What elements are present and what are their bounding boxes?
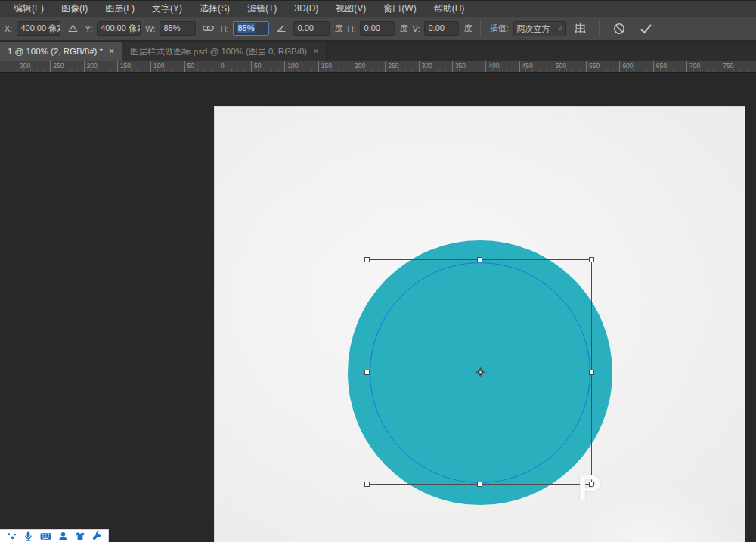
cancel-transform-icon[interactable]	[608, 20, 631, 37]
ruler-tick-label: 350	[452, 61, 466, 72]
height-field-selection: 85%	[237, 23, 255, 33]
ruler-tick-label: 750	[720, 61, 733, 72]
menu-edit[interactable]: 编辑(E)	[6, 1, 51, 17]
ruler-tick-label: 100	[150, 61, 164, 72]
v-skew-unit: 度	[463, 23, 472, 34]
mic-icon[interactable]	[23, 531, 33, 541]
document-canvas: P	[214, 106, 745, 542]
ruler-tick-label: 50	[251, 61, 261, 72]
ruler-tick-label: 250	[50, 61, 64, 72]
ime-logo-icon[interactable]	[7, 531, 17, 541]
horizontal-ruler[interactable]: 3002502001501005005010015020025030035040…	[0, 61, 756, 73]
menu-view[interactable]: 视图(V)	[328, 1, 373, 17]
menu-bar: 编辑(E) 图像(I) 图层(L) 文字(Y) 选择(S) 滤镜(T) 3D(D…	[0, 0, 756, 17]
ruler-tick-label: 250	[385, 61, 398, 72]
menu-layer[interactable]: 图层(L)	[98, 1, 142, 17]
document-tab-active[interactable]: 1 @ 100% (2, RGB/8#) * ×	[0, 42, 122, 61]
watermark-text: P	[578, 469, 601, 505]
menu-image[interactable]: 图像(I)	[54, 1, 95, 17]
ruler-tick-label: 200	[84, 61, 98, 72]
photoshop-window: 编辑(E) 图像(I) 图层(L) 文字(Y) 选择(S) 滤镜(T) 3D(D…	[0, 0, 756, 542]
ruler-tick-label: 700	[686, 61, 700, 72]
interpolation-dropdown[interactable]: 两次立方 ˅	[513, 21, 566, 36]
y-position-field[interactable]: 400.00 像素	[97, 21, 141, 36]
shirt-skin-icon[interactable]	[75, 531, 85, 541]
tab-title: 图层样式做图标.psd @ 100% (图层 0, RGB/8)	[130, 46, 307, 57]
user-icon[interactable]	[58, 531, 68, 541]
v-skew-field[interactable]: 0.00	[424, 21, 459, 36]
chevron-down-icon: ˅	[558, 22, 562, 36]
ime-toolbar	[0, 529, 109, 542]
ruler-tick-label: 650	[653, 61, 667, 72]
y-label: Y:	[85, 24, 92, 33]
pasteboard: P	[0, 73, 756, 542]
ruler-tick-label: 150	[318, 61, 332, 72]
width-label: W:	[145, 24, 155, 33]
transform-handle-top-left[interactable]	[364, 257, 370, 262]
x-label: X:	[5, 24, 12, 33]
menu-help[interactable]: 帮助(H)	[426, 1, 472, 17]
ruler-tick-label: 300	[17, 61, 30, 72]
ruler-tick-label: 800	[754, 61, 756, 72]
interpolation-value: 两次立方	[517, 22, 550, 36]
tab-title: 1 @ 100% (2, RGB/8#) *	[8, 47, 103, 56]
rotate-angle-icon	[274, 20, 289, 37]
ruler-tick-label: 400	[485, 61, 499, 72]
transform-handle-top-right[interactable]	[589, 257, 594, 262]
ruler-tick-label: 0	[218, 61, 225, 72]
ruler-tick-label: 500	[553, 61, 566, 72]
rotation-unit: 度	[334, 23, 342, 34]
wrench-icon[interactable]	[92, 531, 102, 541]
transform-bounding-box[interactable]	[367, 259, 592, 485]
ruler-tick-label: 550	[586, 61, 600, 72]
menu-select[interactable]: 选择(S)	[192, 1, 237, 17]
relative-position-icon[interactable]	[65, 20, 80, 37]
ruler-tick-label: 100	[284, 61, 298, 72]
menu-3d[interactable]: 3D(D)	[287, 1, 326, 17]
h-skew-label: H:	[347, 24, 355, 33]
reference-point-icon[interactable]	[476, 367, 485, 377]
link-dimensions-icon[interactable]	[200, 20, 215, 37]
transform-handle-bottom-middle[interactable]	[477, 482, 482, 487]
transform-handle-bottom-left[interactable]	[364, 482, 370, 487]
close-icon[interactable]: ×	[313, 46, 318, 57]
menu-window[interactable]: 窗口(W)	[376, 1, 423, 17]
document-tab-inactive[interactable]: 图层样式做图标.psd @ 100% (图层 0, RGB/8) ×	[122, 42, 327, 61]
keyboard-icon[interactable]	[40, 531, 51, 541]
interpolation-label: 插值:	[489, 23, 508, 34]
ruler-tick-label: 450	[519, 61, 533, 72]
height-field[interactable]: 85%	[233, 21, 269, 36]
ruler-tick-label: 50	[184, 61, 194, 72]
transform-handle-middle-left[interactable]	[364, 370, 370, 375]
h-skew-unit: 度	[399, 23, 407, 34]
height-label: H:	[220, 24, 228, 33]
menu-filter[interactable]: 滤镜(T)	[240, 1, 284, 17]
options-separator	[480, 20, 481, 37]
commit-transform-icon[interactable]	[635, 20, 658, 37]
v-skew-label: V:	[412, 24, 420, 33]
warp-mode-toggle-icon[interactable]	[571, 20, 590, 37]
ruler-tick-label: 300	[419, 61, 432, 72]
ruler-tick-label: 600	[619, 61, 633, 72]
transform-handle-middle-right[interactable]	[589, 370, 594, 375]
transform-handle-top-middle[interactable]	[477, 257, 482, 262]
ruler-tick-label: 200	[352, 61, 365, 72]
options-separator-2	[599, 20, 600, 37]
width-field[interactable]: 85%	[160, 21, 196, 36]
close-icon[interactable]: ×	[109, 46, 114, 57]
menu-type[interactable]: 文字(Y)	[144, 1, 190, 17]
transform-options-bar: X: 400.00 像素 Y: 400.00 像素 W: 85% H: 85% …	[0, 17, 756, 41]
document-tab-bar: 1 @ 100% (2, RGB/8#) * × 图层样式做图标.psd @ 1…	[0, 42, 756, 61]
h-skew-field[interactable]: 0.00	[360, 21, 395, 36]
rotation-field[interactable]: 0.00	[293, 21, 330, 36]
x-position-field[interactable]: 400.00 像素	[17, 21, 60, 36]
ruler-tick-label: 150	[117, 61, 131, 72]
